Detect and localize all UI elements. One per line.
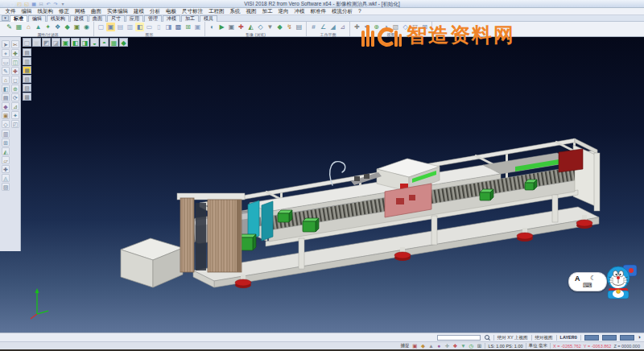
toolbar-icon[interactable]: ▤ xyxy=(116,23,125,31)
ribbon-tab[interactable]: 标准 xyxy=(10,15,27,22)
layer-indicator[interactable]: LAYER0 xyxy=(560,335,577,340)
left-dock-icon[interactable]: ◇ xyxy=(2,120,10,128)
toolbar-icon[interactable]: ◇ xyxy=(256,23,265,31)
view-indicator[interactable]: 绝对视图 xyxy=(535,335,553,341)
view-cube-icon[interactable]: ▦ xyxy=(109,38,118,47)
toolbar-icon[interactable]: ▣ xyxy=(193,23,202,31)
render-mode-icon[interactable]: ◑ xyxy=(638,334,641,341)
ribbon-tab[interactable]: 管理 xyxy=(144,15,162,22)
selection-mode-icon[interactable]: ▧ xyxy=(23,75,31,83)
ribbon-tab[interactable]: 建模 xyxy=(70,15,88,22)
tab-overflow-button[interactable]: ▾ xyxy=(2,15,9,21)
ribbon-tab[interactable]: 加工 xyxy=(181,15,199,22)
toolbar-icon[interactable]: ◉ xyxy=(82,23,91,31)
left-dock-icon[interactable]: ◫ xyxy=(11,58,19,66)
toolbar-icon[interactable]: ▩ xyxy=(174,23,183,31)
menu-item[interactable]: 冲模 xyxy=(291,8,308,14)
left-dock-icon[interactable]: ⊞ xyxy=(2,138,10,147)
view-cube-icon[interactable]: ◩ xyxy=(42,38,51,47)
toolbar-icon[interactable]: ⊞ xyxy=(184,23,192,31)
ribbon-tab[interactable]: 应用 xyxy=(126,15,143,22)
snap-icon[interactable]: ▼ xyxy=(460,343,466,349)
3d-viewport[interactable]: ➤✂⌖✚▭◫✎✚⌂◻◧⊕▤⟳◆⊿▣✦◇◰ ▥⊞◭▱✚◬▨ ▢▣◩◪▣◧◨◒◓▦◆… xyxy=(0,37,644,332)
toolbar-icon[interactable]: ✎ xyxy=(5,23,14,31)
toolbar-icon[interactable]: ▽ xyxy=(411,23,419,31)
left-dock-icon[interactable]: ◬ xyxy=(2,174,10,182)
menu-item[interactable]: 系统 xyxy=(227,8,243,14)
left-dock-icon[interactable]: ▣ xyxy=(2,111,10,119)
toolbar-icon[interactable]: ↯ xyxy=(285,23,294,31)
toolbar-icon[interactable]: ▧ xyxy=(391,23,400,31)
toolbar-icon[interactable]: ◧ xyxy=(135,23,144,31)
toolbar-icon[interactable]: ⊞ xyxy=(420,23,429,31)
selection-mode-icon[interactable]: ▥ xyxy=(23,57,31,65)
toolbar-icon[interactable]: # xyxy=(309,23,318,31)
toolbar-icon[interactable]: ◐ xyxy=(208,23,217,31)
toolbar-icon[interactable]: ▼ xyxy=(266,23,275,31)
toolbar-icon[interactable]: ▣ xyxy=(72,23,81,31)
white-cube-part[interactable] xyxy=(121,238,183,287)
search-input[interactable] xyxy=(437,335,481,341)
toolbar-icon[interactable]: ▭ xyxy=(145,23,154,31)
left-dock-icon[interactable]: ⌂ xyxy=(2,76,10,84)
toolbar-icon[interactable]: ▲ xyxy=(34,23,43,31)
view-cube-icon[interactable]: ◪ xyxy=(52,38,60,47)
left-dock-icon[interactable]: ⊕ xyxy=(11,85,19,93)
toolbar-icon[interactable]: ▶ xyxy=(217,23,226,31)
snap-icon[interactable]: ▣ xyxy=(411,343,418,349)
view-cube-icon[interactable]: ◨ xyxy=(80,38,89,47)
snap-icon[interactable]: ❖ xyxy=(452,343,458,349)
color-swatch[interactable] xyxy=(584,335,599,341)
left-dock-icon[interactable]: ▱ xyxy=(2,156,10,164)
toolbar-icon[interactable]: ◨ xyxy=(164,23,173,31)
menu-item[interactable]: 逆向 xyxy=(275,8,291,14)
left-dock-icon[interactable]: ⌖ xyxy=(2,49,10,57)
toolbar-icon[interactable]: ⟲ xyxy=(362,23,371,31)
toolbar-icon[interactable]: ▦ xyxy=(14,23,23,31)
toolbar-icon[interactable]: ▣ xyxy=(227,23,236,31)
toolbar-icon[interactable]: ∠ xyxy=(319,23,328,31)
view-cube-icon[interactable]: ▢ xyxy=(23,38,31,47)
menu-item[interactable]: 尺寸标注 xyxy=(180,8,206,14)
menu-item[interactable]: ? xyxy=(356,8,365,14)
snap-icon[interactable]: ⊞ xyxy=(476,343,482,349)
left-dock-icon[interactable]: ⊿ xyxy=(11,102,19,110)
view-cube-icon[interactable]: ▣ xyxy=(32,38,41,47)
selection-mode-icon[interactable]: ▤ xyxy=(23,48,31,56)
menu-item[interactable]: 实体编辑 xyxy=(105,8,131,14)
view-cube-icon[interactable]: ◒ xyxy=(90,38,99,47)
left-dock-icon[interactable]: ✦ xyxy=(11,111,19,119)
menu-item[interactable]: 建模 xyxy=(131,8,147,14)
left-dock-icon[interactable]: ▤ xyxy=(2,93,10,101)
view-cube-icon[interactable]: ▣ xyxy=(61,38,70,47)
menu-item[interactable]: 标准件 xyxy=(308,8,329,14)
ribbon-tab[interactable]: 线架构 xyxy=(47,15,69,22)
left-dock-icon[interactable]: ◻ xyxy=(11,76,19,84)
menu-item[interactable]: 网格 xyxy=(72,8,89,14)
ribbon-tab[interactable]: 模具 xyxy=(200,15,217,22)
menu-item[interactable]: 线架构 xyxy=(35,8,56,14)
selection-mode-icon[interactable]: ▨ xyxy=(23,84,31,92)
toolbar-icon[interactable]: ◢ xyxy=(328,23,337,31)
menu-item[interactable]: 电极 xyxy=(163,8,180,14)
toolbar-icon[interactable]: ▥ xyxy=(126,23,134,31)
toolbar-icon[interactable]: ⊕ xyxy=(372,23,381,31)
ribbon-tab[interactable]: 冲模 xyxy=(163,15,180,22)
left-dock-icon[interactable]: ✚ xyxy=(11,67,19,75)
menu-item[interactable]: 工程图 xyxy=(206,8,228,14)
color-swatch[interactable] xyxy=(602,335,617,341)
menu-item[interactable]: 编辑 xyxy=(19,8,35,14)
search-icon[interactable] xyxy=(484,334,490,341)
ribbon-tab[interactable]: 尺寸 xyxy=(107,15,125,22)
snap-icon[interactable]: ▲ xyxy=(427,343,434,349)
selection-mode-icon[interactable]: ▩ xyxy=(23,93,31,101)
workplane-indicator[interactable]: 绝对 XY 上视图 xyxy=(497,335,528,341)
moon-icon[interactable]: ☾ xyxy=(590,275,596,282)
toolbar-icon[interactable]: ◔ xyxy=(382,23,390,31)
toolbar-icon[interactable]: ✦ xyxy=(43,23,52,31)
menu-item[interactable]: 模流分析 xyxy=(329,8,356,14)
left-dock-icon[interactable]: ⟳ xyxy=(11,93,19,101)
left-dock-icon[interactable]: ◭ xyxy=(2,147,10,155)
ime-pill[interactable]: A ☾ ⌨ xyxy=(568,272,607,291)
left-dock-icon[interactable]: ◰ xyxy=(11,120,19,128)
